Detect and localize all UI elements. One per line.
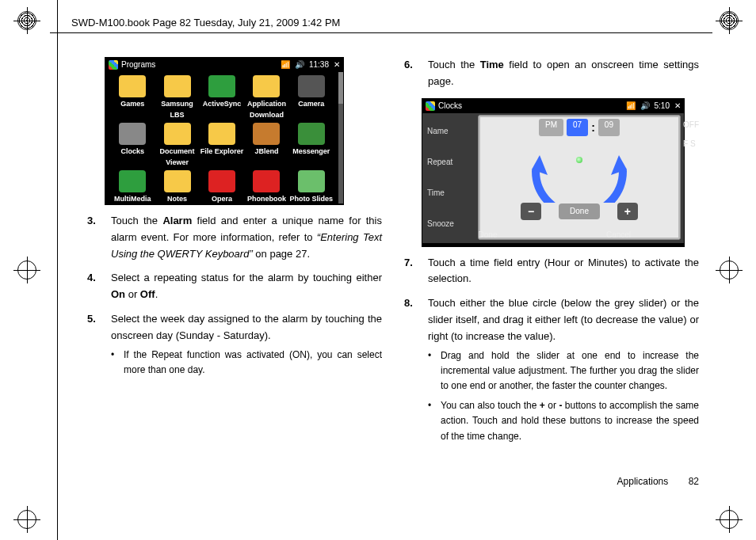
program-item: Clocks <box>110 123 155 169</box>
step-text: Touch a time field entry (Hour or Minute… <box>428 255 699 288</box>
program-label: MultiMedia <box>110 193 155 203</box>
program-item: File Explorer <box>200 123 244 169</box>
program-item: Document Viewer <box>155 123 199 169</box>
program-label: Document Viewer <box>155 146 199 169</box>
program-item: MultiMedia <box>110 170 155 203</box>
sub-bullets: •Drag and hold the slider at one end to … <box>428 348 699 444</box>
program-item: Application Download <box>244 75 288 121</box>
program-label: Games <box>110 98 155 109</box>
step-number: 6. <box>404 57 417 90</box>
crop-mark-mid-left <box>17 260 36 280</box>
running-header: SWD-M100.book Page 82 Tuesday, July 21, … <box>71 17 340 29</box>
done-row: − Done + <box>521 203 638 220</box>
clocks-time: 5:10 <box>655 100 670 112</box>
programs-time: 11:38 <box>309 59 329 71</box>
program-label: Opera <box>200 193 244 203</box>
step-text: Touch the Alarm field and enter a unique… <box>111 213 382 262</box>
crop-mark-bottom-right <box>720 510 739 529</box>
program-item: Phonebook <box>244 170 288 203</box>
footer-page-number: 82 <box>689 476 699 487</box>
footer-cancel: Cancel <box>553 227 684 243</box>
sub-text: If the Repeat function was activated (ON… <box>124 348 382 378</box>
screenshot-clocks: Clocks 📶 🔊 5:10 ✕ NameRepeatTimeSnooze P… <box>422 98 685 247</box>
step-text: Select a repeating status for the alarm … <box>111 270 382 303</box>
speaker-icon: 🔊 <box>295 59 304 71</box>
right-intro-list: 6. Touch the Time field to open an onscr… <box>404 57 699 90</box>
time-picker-dialog: PM 07 : 09 − <box>478 115 681 240</box>
windows-flag-icon <box>426 101 435 111</box>
step-text: Touch either the blue circle (below the … <box>428 295 699 449</box>
programs-grid: GamesSamsung LBSActiveSyncApplication Do… <box>105 72 338 203</box>
step-text: Touch the Time field to open an onscreen… <box>428 57 699 90</box>
time-pills: PM 07 : 09 <box>539 119 620 136</box>
program-label: Notes <box>155 193 199 203</box>
program-label: Clocks <box>110 146 155 157</box>
right-steps-list: 7.Touch a time field entry (Hour or Minu… <box>404 255 699 449</box>
step-number: 7. <box>404 255 417 288</box>
signal-icon: 📶 <box>626 100 636 112</box>
sub-text: Drag and hold the slider at one end to i… <box>441 348 699 394</box>
clocks-titlebar: Clocks 📶 🔊 5:10 ✕ <box>422 99 684 113</box>
crop-mark-bottom-left <box>17 510 36 529</box>
bullet-icon: • <box>111 348 117 378</box>
program-label: File Explorer <box>200 146 244 157</box>
crop-mark-top-right <box>720 11 739 30</box>
repeat-off: OFF <box>683 119 716 131</box>
crop-mark-mid-right <box>720 260 739 280</box>
programs-status: 📶 🔊 11:38 ✕ <box>281 59 340 71</box>
program-label: Application Download <box>244 98 288 121</box>
signal-icon: 📶 <box>281 59 290 71</box>
clock-row-label: Name <box>427 125 473 138</box>
sub-bullets: •If the Repeat function was activated (O… <box>111 348 382 378</box>
close-icon: ✕ <box>674 100 681 112</box>
program-item: ActiveSync <box>200 75 244 121</box>
clocks-row-labels: NameRepeatTimeSnooze <box>422 113 478 243</box>
right-column: 6. Touch the Time field to open an onscr… <box>404 57 699 492</box>
program-item: Samsung LBS <box>155 75 199 121</box>
step-number: 8. <box>404 295 417 449</box>
left-steps-list: 3.Touch the Alarm field and enter a uniq… <box>87 213 382 382</box>
days-fs: F S <box>683 138 716 150</box>
clock-row-label: Repeat <box>427 156 473 169</box>
programs-titlebar: Programs 📶 🔊 11:38 ✕ <box>105 58 343 72</box>
program-label: Samsung LBS <box>155 98 199 121</box>
page-body: Programs 📶 🔊 11:38 ✕ GamesSamsung LBSAct… <box>87 57 699 492</box>
clocks-status: 📶 🔊 5:10 ✕ <box>626 100 681 112</box>
plus-button: + <box>617 203 638 220</box>
program-item: Messenger <box>289 123 334 169</box>
done-pill: Done <box>559 203 600 219</box>
clocks-right-values: OFF F S <box>683 119 716 150</box>
bullet-icon: • <box>428 398 434 444</box>
clocks-title: Clocks <box>438 100 462 112</box>
minute-pill: 09 <box>598 119 620 136</box>
program-label: Messenger <box>289 146 334 157</box>
footer-section: Applications <box>617 476 669 487</box>
close-icon: ✕ <box>334 59 340 71</box>
step-number: 3. <box>87 213 100 262</box>
step-number: 5. <box>87 311 100 382</box>
speaker-icon: 🔊 <box>640 100 650 112</box>
page-footer: Applications 82 <box>617 474 699 489</box>
sub-text: You can also touch the + or - buttons to… <box>441 398 699 444</box>
step-number: 4. <box>87 270 100 303</box>
programs-scrollbar <box>338 72 343 203</box>
program-item: Notes <box>155 170 199 203</box>
program-label: ActiveSync <box>200 98 244 109</box>
bullet-icon: • <box>428 348 434 394</box>
screenshot-programs: Programs 📶 🔊 11:38 ✕ GamesSamsung LBSAct… <box>105 57 344 205</box>
programs-title: Programs <box>121 59 155 71</box>
left-column: Programs 📶 🔊 11:38 ✕ GamesSamsung LBSAct… <box>87 57 382 492</box>
print-guide-vertical <box>57 0 58 540</box>
program-item: Photo Slides <box>289 170 334 203</box>
program-item: Opera <box>200 170 244 203</box>
program-label: Photo Slides <box>289 193 334 203</box>
program-item: JBlend <box>244 123 288 169</box>
minus-button: − <box>521 203 541 220</box>
program-item: Games <box>110 75 155 121</box>
program-label: JBlend <box>244 146 288 157</box>
program-label: Phonebook <box>244 193 288 203</box>
program-label: Camera <box>289 98 334 109</box>
time-colon: : <box>591 119 595 136</box>
print-guide-horizontal <box>50 32 712 33</box>
windows-flag-icon <box>109 60 118 70</box>
